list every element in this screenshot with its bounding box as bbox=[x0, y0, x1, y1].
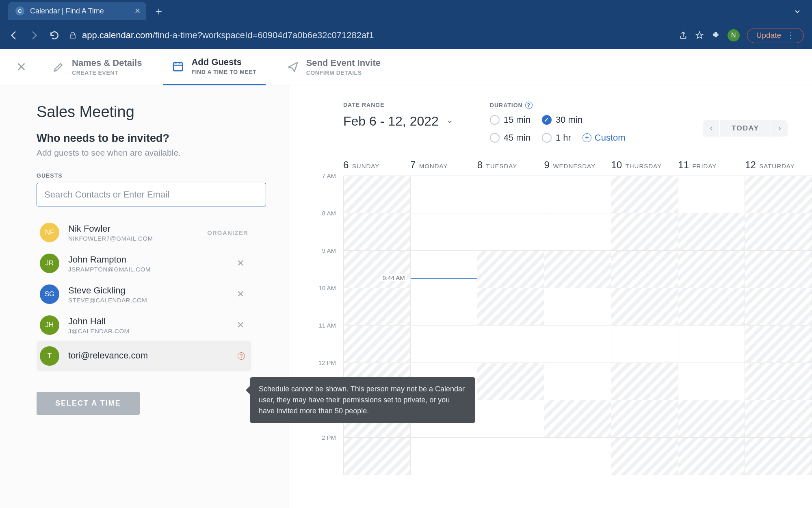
hour-cell[interactable] bbox=[544, 438, 611, 475]
browser-tab[interactable]: C Calendar | Find A Time ✕ bbox=[8, 2, 146, 20]
hour-cell[interactable] bbox=[477, 363, 544, 400]
warning-icon[interactable]: ? bbox=[238, 352, 245, 360]
hour-cell[interactable] bbox=[344, 438, 410, 475]
hour-cell[interactable] bbox=[411, 176, 477, 213]
duration-option[interactable]: 45 min bbox=[490, 132, 531, 143]
hour-cell[interactable] bbox=[477, 326, 544, 363]
hour-cell[interactable] bbox=[411, 288, 477, 326]
day-column[interactable] bbox=[611, 176, 678, 475]
url-field[interactable]: app.calendar.com/find-a-time?workspaceId… bbox=[69, 28, 804, 43]
hour-cell[interactable] bbox=[477, 400, 544, 438]
hour-cell[interactable] bbox=[611, 400, 678, 438]
hour-cell[interactable] bbox=[544, 400, 611, 438]
new-tab-button[interactable]: ＋ bbox=[154, 4, 164, 18]
next-week-button[interactable] bbox=[771, 120, 788, 137]
hour-cell[interactable] bbox=[745, 438, 812, 475]
hour-cell[interactable] bbox=[344, 326, 410, 363]
update-button[interactable]: Update ⋮ bbox=[747, 28, 804, 43]
hour-cell[interactable] bbox=[745, 176, 812, 213]
hour-cell[interactable] bbox=[544, 326, 611, 363]
radio-icon bbox=[542, 133, 552, 143]
hour-cell[interactable] bbox=[678, 438, 745, 475]
hour-cell[interactable] bbox=[477, 251, 544, 288]
hour-cell[interactable] bbox=[477, 288, 544, 326]
step-add-guests[interactable]: Add Guests FIND A TIME TO MEET bbox=[163, 49, 265, 85]
info-icon[interactable]: ? bbox=[525, 102, 533, 109]
step-title: Names & Details bbox=[72, 58, 142, 68]
hour-cell[interactable] bbox=[745, 363, 812, 400]
hour-cell[interactable] bbox=[544, 251, 611, 288]
hour-cell[interactable] bbox=[611, 326, 678, 363]
guest-row[interactable]: Ttori@relevance.com? bbox=[37, 341, 251, 371]
reload-icon[interactable] bbox=[49, 30, 60, 41]
hour-cell[interactable] bbox=[678, 326, 745, 363]
hour-cell[interactable] bbox=[344, 251, 410, 288]
back-icon[interactable] bbox=[8, 30, 19, 41]
hour-cell[interactable] bbox=[411, 251, 477, 288]
day-column[interactable] bbox=[745, 176, 812, 475]
close-wizard-icon[interactable]: ✕ bbox=[11, 60, 31, 74]
day-column[interactable] bbox=[678, 176, 745, 475]
hour-cell[interactable] bbox=[611, 438, 678, 475]
hour-cell[interactable] bbox=[745, 326, 812, 363]
hour-cell[interactable] bbox=[611, 288, 678, 326]
hour-cell[interactable] bbox=[344, 213, 410, 251]
tabs-overflow-icon[interactable] bbox=[793, 7, 801, 15]
hour-cell[interactable] bbox=[611, 213, 678, 251]
guest-row[interactable]: SGSteve GicklingSTEVE@CALENDAR.COM✕ bbox=[37, 279, 251, 310]
today-button[interactable]: TODAY bbox=[720, 120, 771, 137]
hour-cell[interactable] bbox=[678, 251, 745, 288]
hour-cell[interactable] bbox=[611, 251, 678, 288]
hour-cell[interactable] bbox=[611, 363, 678, 400]
step-send-invite[interactable]: Send Event Invite CONFIRM DETAILS bbox=[278, 49, 390, 85]
select-time-button[interactable]: SELECT A TIME bbox=[37, 392, 140, 415]
hour-cell[interactable] bbox=[678, 400, 745, 438]
hour-cell[interactable] bbox=[477, 213, 544, 251]
hour-cell[interactable] bbox=[611, 176, 678, 213]
hour-cell[interactable] bbox=[678, 288, 745, 326]
hour-cell[interactable] bbox=[745, 213, 812, 251]
duration-option[interactable]: 30 min bbox=[542, 115, 582, 125]
bookmark-icon[interactable] bbox=[695, 31, 704, 40]
profile-avatar[interactable]: N bbox=[728, 29, 740, 41]
guest-row[interactable]: JHJohn HallJ@CALENDAR.COM✕ bbox=[37, 310, 251, 341]
hour-cell[interactable] bbox=[544, 363, 611, 400]
hour-cell[interactable] bbox=[745, 288, 812, 326]
search-contacts-input[interactable] bbox=[37, 183, 266, 206]
tab-close-icon[interactable]: ✕ bbox=[134, 7, 141, 15]
hour-cell[interactable] bbox=[477, 176, 544, 213]
guest-row[interactable]: NFNik FowlerNIKFOWLER7@GMAIL.COMORGANIZE… bbox=[37, 217, 251, 248]
hour-cell[interactable] bbox=[344, 176, 410, 213]
hour-cell[interactable] bbox=[678, 176, 745, 213]
duration-option[interactable]: 1 hr bbox=[542, 132, 571, 143]
date-range-picker[interactable]: Feb 6 - 12, 2022 bbox=[343, 114, 453, 129]
sidebar-hint: Add guests to see when are available. bbox=[37, 148, 251, 158]
hour-cell[interactable] bbox=[745, 400, 812, 438]
day-column[interactable] bbox=[544, 176, 611, 475]
step-names-details[interactable]: Names & Details CREATE EVENT bbox=[43, 49, 151, 85]
remove-guest-icon[interactable]: ✕ bbox=[233, 258, 248, 269]
prev-week-button[interactable] bbox=[703, 120, 719, 137]
remove-guest-icon[interactable]: ✕ bbox=[233, 320, 248, 330]
share-icon[interactable] bbox=[679, 31, 688, 40]
hour-cell[interactable] bbox=[678, 363, 745, 400]
day-column[interactable] bbox=[477, 176, 544, 475]
remove-guest-icon[interactable]: ✕ bbox=[233, 289, 248, 300]
duration-custom[interactable]: +Custom bbox=[582, 132, 626, 143]
hour-cell[interactable] bbox=[344, 288, 410, 326]
plus-icon: + bbox=[582, 133, 591, 142]
hour-cell[interactable] bbox=[411, 438, 477, 475]
hour-cell[interactable] bbox=[544, 213, 611, 251]
hour-cell[interactable] bbox=[411, 326, 477, 363]
hour-cell[interactable] bbox=[745, 251, 812, 288]
hour-cell[interactable] bbox=[411, 213, 477, 251]
extensions-icon[interactable] bbox=[711, 31, 720, 40]
guest-row[interactable]: JRJohn RamptonJSRAMPTON@GMAIL.COM✕ bbox=[37, 248, 251, 279]
hour-cell[interactable] bbox=[544, 176, 611, 213]
hour-cell[interactable] bbox=[678, 213, 745, 251]
hour-cell[interactable] bbox=[477, 438, 544, 475]
duration-option[interactable]: 15 min bbox=[490, 115, 531, 125]
day-column[interactable] bbox=[344, 176, 411, 475]
day-column[interactable]: 9:44 AM bbox=[411, 176, 478, 475]
hour-cell[interactable] bbox=[544, 288, 611, 326]
